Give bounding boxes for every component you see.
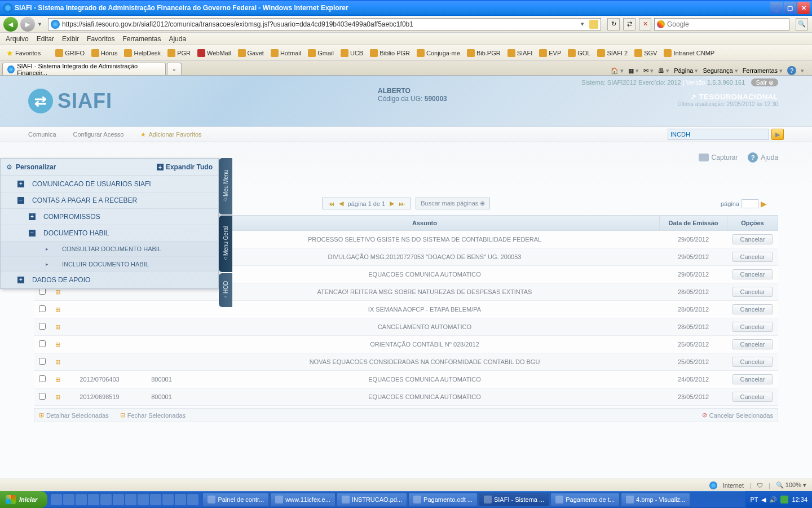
cancelar-button[interactable]: Cancelar [732,252,772,262]
taskbar-task[interactable]: Pagamento de t... [550,493,620,506]
zoom-button[interactable]: 🔍 100% ▾ [776,481,806,489]
search-input[interactable] [667,20,789,28]
page-prev[interactable]: ◀ [339,200,343,207]
refresh-button[interactable]: ↻ [607,18,620,30]
menu-editar[interactable]: Editar [37,35,54,43]
cancelar-button[interactable]: Cancelar [732,322,772,332]
page-last[interactable]: ⏭ [399,200,405,207]
col-assunto[interactable]: Assunto [190,216,660,231]
page-next[interactable]: ▶ [390,200,394,207]
ql-icon[interactable] [162,494,174,505]
detalhar-selecionadas[interactable]: ⊞Detalhar Selecionadas [39,411,109,419]
fav-intranet[interactable]: Intranet CNMP [661,48,717,58]
menu-configurar-acesso[interactable]: Configurar Acesso [73,131,124,138]
cancelar-button[interactable]: Cancelar [732,339,772,349]
new-tab-button[interactable]: ▫ [167,63,182,75]
logout-button[interactable]: Sair ⊗ [751,78,778,86]
cmd-security[interactable]: Segurança▾ [703,67,738,75]
vtab-menu-geral[interactable]: ⌂ Menu Geral [219,216,232,272]
maximize-button[interactable]: ▢ [784,2,796,14]
fav-siafi2[interactable]: SIAFI 2 [594,48,630,58]
cancelar-button[interactable]: Cancelar [732,304,772,314]
row-checkbox[interactable] [39,393,46,400]
menu-incluir-documento[interactable]: ▸INCLUIR DOCUMENTO HABIL [1,257,218,272]
fav-gol[interactable]: GOL [565,48,593,58]
ql-icon[interactable] [76,494,87,505]
fav-biblio[interactable]: Biblio PGR [367,48,413,58]
cmd-print[interactable]: 🖶▾ [658,67,669,75]
menu-comunicacao[interactable]: +COMUNICACAO DE USUARIOS SIAFI [1,176,218,192]
expand-icon[interactable]: ⊞ [55,393,60,400]
clock[interactable]: 12:34 [792,496,807,503]
menu-ajuda[interactable]: Ajuda [169,35,186,43]
menu-add-favoritos[interactable]: ★Adicionar Favoritos [140,131,201,138]
back-button[interactable]: ◄ [3,17,18,32]
menu-compromissos[interactable]: +COMPROMISSOS [1,209,218,225]
ql-icon[interactable] [125,494,136,505]
page-first[interactable]: ⏮ [328,200,334,207]
expandir-tudo[interactable]: +Expandir Tudo [157,163,213,171]
url-dropdown-icon[interactable]: ▾ [578,20,587,28]
fav-webmail[interactable]: WebMail [195,48,234,58]
close-button[interactable]: ✕ [797,2,810,14]
cmd-tools[interactable]: Ferramentas▾ [743,67,783,75]
expand-icon[interactable]: ⊞ [55,306,60,313]
page-input[interactable] [742,199,758,208]
fav-bibpgr[interactable]: Bib.PGR [464,48,504,58]
fav-sgv[interactable]: SGV [632,48,660,58]
menu-consultar-documento[interactable]: ▸CONSULTAR DOCUMENTO HABIL [1,242,218,257]
ql-icon[interactable] [175,494,186,505]
ql-icon[interactable] [150,494,161,505]
cancelar-button[interactable]: Cancelar [732,357,772,367]
cmd-feeds[interactable]: ▦▾ [628,67,639,75]
minimize-button[interactable]: _ [770,2,783,14]
taskbar-task[interactable]: INSTRUCAO.pd... [337,493,407,506]
siafi-search-go[interactable]: ▶ [771,129,784,140]
taskbar-task[interactable]: Painel de contr... [202,493,269,506]
tray-icon[interactable] [780,496,788,503]
menu-exibir[interactable]: Exibir [62,35,79,43]
cancelar-button[interactable]: Cancelar [732,392,772,402]
fav-grifo[interactable]: GRIFO [52,48,87,58]
expand-icon[interactable]: ⊞ [55,358,60,365]
row-checkbox[interactable] [39,305,46,312]
compat-button[interactable]: ⇄ [623,18,636,30]
fav-siafi[interactable]: SIAFI [505,48,536,58]
cmd-home[interactable]: 🏠▾ [611,67,624,75]
row-checkbox[interactable] [39,358,46,365]
capturar-button[interactable]: Capturar [699,152,738,163]
expand-icon[interactable]: ⊞ [55,376,60,383]
favorites-button[interactable]: ★Favoritos [3,47,43,59]
row-checkbox[interactable] [39,340,46,347]
taskbar-task[interactable]: Pagamento.odt ... [408,493,478,506]
forward-button[interactable]: ► [20,17,35,32]
siafi-search-input[interactable] [668,129,769,140]
col-data[interactable]: Data de Emissão [660,216,727,231]
personalizar-link[interactable]: Personalizar [16,163,56,171]
expand-icon[interactable]: ⊞ [55,323,60,330]
menu-comunica[interactable]: Comunica [28,131,56,138]
taskbar-task[interactable]: 4.bmp - Visualiz... [621,493,690,506]
fav-helpdesk[interactable]: HelpDesk [121,48,164,58]
menu-ferramentas[interactable]: Ferramentas [122,35,161,43]
menu-favoritos[interactable]: Favoritos [87,35,114,43]
menu-documento-habil[interactable]: −DOCUMENTO HABIL [1,225,218,242]
expand-icon[interactable]: ⊞ [55,341,60,348]
menu-dados-apoio[interactable]: +DADOS DE APOIO [1,272,218,288]
row-checkbox[interactable] [39,323,46,330]
taskbar-task-active[interactable]: SIAFI - Sistema ... [479,493,549,506]
cancelar-button[interactable]: Cancelar [732,269,772,279]
start-button[interactable]: Iniciar [0,491,47,508]
address-bar[interactable]: https://siafi.tesouro.gov.br/siafi2012/c… [48,18,601,30]
fav-conjuga[interactable]: Conjuga-me [414,48,463,58]
fechar-selecionadas[interactable]: ⊟Fechar Selecionadas [120,411,186,419]
lang-indicator[interactable]: PT [750,496,758,503]
ql-icon[interactable] [113,494,124,505]
cancelar-selecionadas[interactable]: ⊘Cancelar Selecionadas [702,411,773,419]
row-checkbox[interactable] [39,375,46,382]
ql-icon[interactable] [51,494,62,505]
page-go-icon[interactable]: ▶ [761,199,767,208]
cmd-help[interactable]: ? [787,66,796,75]
buscar-mais-button[interactable]: Buscar mais páginas ⊕ [416,198,490,209]
fav-horus[interactable]: Hórus [89,48,120,58]
